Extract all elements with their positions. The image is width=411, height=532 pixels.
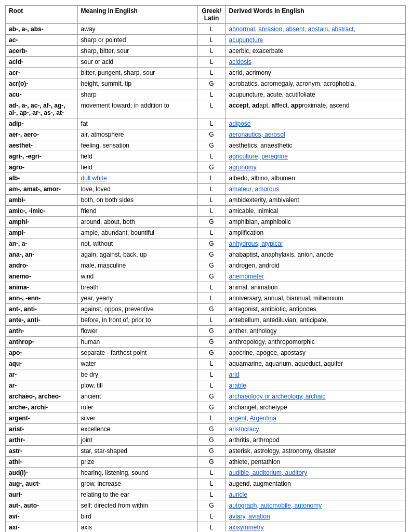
cell-gl: G (197, 260, 226, 271)
cell-gl: L (197, 100, 226, 118)
cell-gl: G (197, 304, 226, 315)
cell-meaning: wind (77, 271, 197, 282)
cell-derived: animal, animation (226, 282, 406, 293)
cell-gl: L (197, 315, 226, 326)
cell-root: aer-, aero- (6, 129, 78, 140)
cell-root: alb- (6, 173, 78, 184)
cell-derived: arable (226, 380, 406, 391)
cell-gl: G (197, 500, 226, 511)
cell-root: ante-, anti- (6, 315, 78, 326)
table-row: agro-fieldGagronomy (6, 162, 406, 173)
cell-meaning: field (77, 151, 197, 162)
cell-root: acu- (6, 89, 78, 100)
cell-root: ampl- (6, 228, 78, 238)
cell-gl: L (197, 195, 226, 206)
cell-derived: albedo, albino, albumen (226, 173, 406, 184)
cell-root: anima- (6, 282, 78, 293)
cell-gl: L (197, 413, 226, 424)
cell-meaning: away (77, 24, 197, 35)
cell-derived: acidosis (226, 57, 406, 68)
cell-gl: G (197, 217, 226, 228)
cell-derived: aviary, aviation (226, 511, 406, 522)
cell-derived: acupuncture (226, 35, 406, 46)
cell-gl: G (197, 78, 226, 89)
cell-root: agri-, -egri- (6, 151, 78, 162)
cell-gl: L (197, 489, 226, 500)
cell-root: adip- (6, 118, 78, 129)
table-row: arche-, archi-rulerGarchangel, archetype (6, 402, 406, 413)
etymology-table: Root Meaning in English Greek/Latin Deri… (5, 5, 406, 532)
cell-meaning: year, yearly (77, 293, 197, 304)
table-row: aer-, aero-air, atmosphereGaeronautics, … (6, 129, 406, 140)
cell-meaning: sharp, bitter, sour (77, 46, 197, 57)
cell-derived: agronomy (226, 162, 406, 173)
cell-root: ac- (6, 35, 78, 46)
table-row: anthrop-humanGanthropology, anthropomorp… (6, 337, 406, 348)
cell-derived: anabaptist, anaphylaxis, anion, anode (226, 249, 406, 260)
cell-gl: L (197, 228, 226, 238)
cell-derived: acerbic, exacerbate (226, 46, 406, 57)
cell-derived: abnormal, abrasion, absent, abstain, abs… (226, 24, 406, 35)
table-row: archaeo-, archeo-ancientGarchaeology or … (6, 391, 406, 402)
cell-gl: L (197, 118, 226, 129)
cell-root: anth- (6, 326, 78, 337)
header-meaning: Meaning in English (77, 6, 197, 24)
cell-gl: L (197, 522, 226, 533)
cell-meaning: hearing, listening, sound (77, 468, 197, 478)
cell-derived: anther, anthology (226, 326, 406, 337)
cell-derived: amicable, inimical (226, 206, 406, 217)
cell-derived: argent, Argentina (226, 413, 406, 424)
cell-meaning: male, masculine (77, 260, 197, 271)
cell-meaning: sour or acid (77, 57, 197, 68)
cell-root: amphi- (6, 217, 78, 228)
table-row: acerb-sharp, bitter, sourLacerbic, exace… (6, 46, 406, 57)
table-row: alb-dull whiteLalbedo, albino, albumen (6, 173, 406, 184)
table-row: ant-, anti-against, oppos, preventiveGan… (6, 304, 406, 315)
cell-root: aug-, auct- (6, 478, 78, 489)
cell-meaning: bird (77, 511, 197, 522)
cell-gl: L (197, 478, 226, 489)
table-row: aesthet-feeling, sensationGaesthetics, a… (6, 140, 406, 151)
table-row: ac-sharp or pointedLacupuncture (6, 35, 406, 46)
table-row: astr-star, star-shapedGasterisk, astrolo… (6, 446, 406, 457)
cell-gl: G (197, 326, 226, 337)
table-row: ab-, a-, abs-awayLabnormal, abrasion, ab… (6, 24, 406, 35)
cell-root: andro- (6, 260, 78, 271)
cell-meaning: plow, till (77, 380, 197, 391)
table-row: acr-bitter, pungent, sharp, sourLacrid, … (6, 68, 406, 78)
cell-derived: agriculture, peregrine (226, 151, 406, 162)
cell-meaning: excellence (77, 424, 197, 435)
cell-root: athl- (6, 457, 78, 468)
table-row: aug-, auct-grow, increaseLaugend, augmen… (6, 478, 406, 489)
cell-derived: anniversary, annual, biannual, millenniu… (226, 293, 406, 304)
cell-gl: G (197, 457, 226, 468)
table-row: argent-silverLargent, Argentina (6, 413, 406, 424)
cell-gl: G (197, 402, 226, 413)
cell-meaning: again, against, back, up (77, 249, 197, 260)
table-row: agri-, -egri-fieldLagriculture, peregrin… (6, 151, 406, 162)
cell-meaning: bitter, pungent, sharp, sour (77, 68, 197, 78)
cell-root: amic-, -imic- (6, 206, 78, 217)
cell-gl: G (197, 348, 226, 358)
cell-root: apo- (6, 348, 78, 358)
cell-root: acid- (6, 57, 78, 68)
cell-root: ambi- (6, 195, 78, 206)
table-row: acr(o)-height, summit, tipGacrobatics, a… (6, 78, 406, 89)
cell-gl: G (197, 446, 226, 457)
cell-root: ab-, a-, abs- (6, 24, 78, 35)
header-derived: Derived Words in English (226, 6, 406, 24)
cell-root: acerb- (6, 46, 78, 57)
cell-meaning: against, oppos, preventive (77, 304, 197, 315)
cell-root: ant-, anti- (6, 304, 78, 315)
cell-derived: axisymmetry (226, 522, 406, 533)
table-row: acu-sharpLacupuncture, acute, acutifolia… (6, 89, 406, 100)
cell-gl: L (197, 358, 226, 369)
cell-root: avi- (6, 511, 78, 522)
table-row: adip-fatLadipose (6, 118, 406, 129)
table-row: ar-plow, tillLarable (6, 380, 406, 391)
cell-gl: L (197, 511, 226, 522)
cell-root: astr- (6, 446, 78, 457)
cell-derived: archaeology or archeology, archaic (226, 391, 406, 402)
cell-derived: archangel, archetype (226, 402, 406, 413)
cell-root: anthrop- (6, 337, 78, 348)
